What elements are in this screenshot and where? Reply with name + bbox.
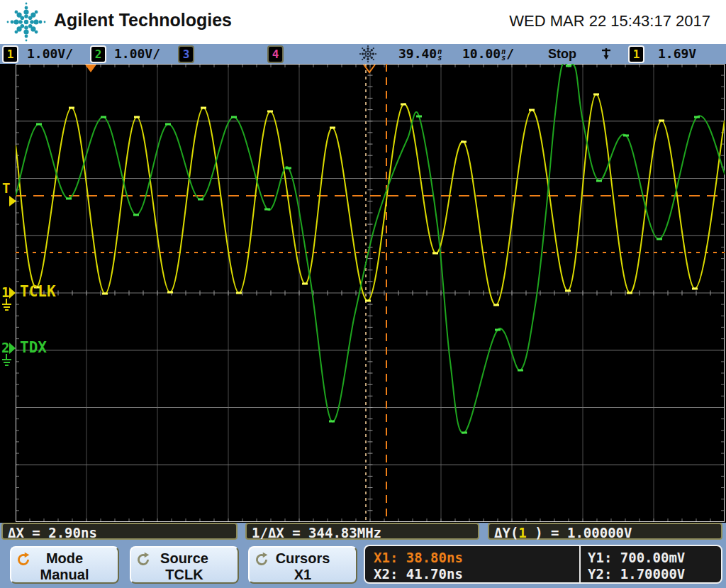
softkey-mode-title: Mode <box>11 550 118 567</box>
channel2-badge: 2 <box>90 45 106 63</box>
delay-unit: ns <box>437 48 442 61</box>
brand-title: Agilent Technologies <box>54 10 232 30</box>
softkey-source[interactable]: Source TCLK <box>130 546 239 584</box>
ground-icon <box>2 299 11 310</box>
delay-readout: 39.40ns <box>398 44 442 64</box>
trigger-source-badge: 1 <box>628 45 644 63</box>
header: Agilent Technologies WED MAR 22 15:43:17… <box>0 0 726 44</box>
trigger-level-readout: 1.69V <box>658 44 696 64</box>
svg-text:T: T <box>2 181 10 196</box>
trigger-slope-icon <box>601 47 613 61</box>
timebase-readout: 10.00ns/ <box>462 44 514 64</box>
delta-y-channel: 1 <box>518 525 526 540</box>
cursor-y1-readout: Y1: 700.00mV <box>588 550 685 565</box>
measurement-delta-y: ΔY(1 ) = 1.00000V <box>488 523 722 540</box>
channel2-scale: 1.00V/ <box>114 44 160 64</box>
cursor-y2-readout: Y2: 1.70000V <box>588 566 685 582</box>
softkey-source-value: TCLK <box>131 567 238 583</box>
delay-value: 39.40 <box>398 46 437 61</box>
oscilloscope-screen: Agilent Technologies WED MAR 22 15:43:17… <box>0 0 726 588</box>
channel2-trace-label: TDX <box>20 339 47 356</box>
measurement-inv-delta-x: 1/ΔX = 344.83MHz <box>245 523 479 540</box>
channel1-badge: 1 <box>2 45 18 63</box>
svg-text:1: 1 <box>1 284 9 300</box>
cursor-x1-readout: X1: 38.80ns <box>374 550 463 565</box>
channel1-ground-marker: 1 <box>1 282 18 316</box>
spark-icon <box>359 45 377 63</box>
softkey-mode-value: Manual <box>11 567 118 583</box>
status-bar: 1 1.00V/ 2 1.00V/ 3 4 39.40ns 10.00ns/ S… <box>0 44 726 64</box>
measurement-delta-x: ΔX = 2.90ns <box>1 523 238 540</box>
acquisition-status: Stop <box>548 44 576 64</box>
softkey-cursors[interactable]: Cursors X1 <box>248 546 357 584</box>
softkey-cursors-title: Cursors <box>250 550 356 567</box>
timebase-unit: ns <box>501 48 506 61</box>
channel4-badge: 4 <box>267 45 284 63</box>
graticule-area: T 1 TCLK 2 TDX <box>0 64 726 523</box>
channel1-trace-label: TCLK <box>20 283 56 300</box>
softkey-cursors-value: X1 <box>250 567 356 583</box>
softkey-source-title: Source <box>131 550 238 567</box>
channel3-badge: 3 <box>178 45 194 63</box>
channel1-scale: 1.00V/ <box>27 44 73 64</box>
trigger-level-marker: T <box>1 181 17 208</box>
ground-icon <box>2 354 11 365</box>
waveform-display <box>16 64 725 522</box>
svg-text:2: 2 <box>1 340 9 355</box>
cursor-readout-panel: X1: 38.80ns X2: 41.70ns Y1: 700.00mV Y2:… <box>364 545 722 584</box>
timebase-value: 10.00 <box>462 46 501 61</box>
cursor-x2-readout: X2: 41.70ns <box>374 566 463 582</box>
channel2-ground-marker: 2 <box>1 338 18 372</box>
panel-divider <box>579 546 581 582</box>
datetime-display: WED MAR 22 15:43:17 2017 <box>509 12 710 30</box>
softkey-mode[interactable]: Mode Manual <box>10 546 119 584</box>
agilent-logo-icon <box>6 1 47 43</box>
